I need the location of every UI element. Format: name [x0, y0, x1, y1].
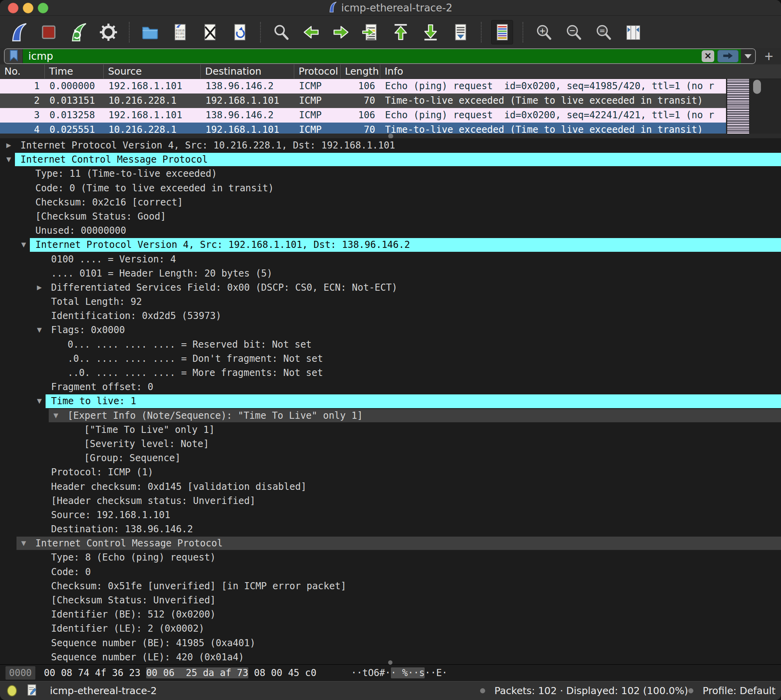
go-last-packet-icon[interactable] — [420, 20, 442, 44]
resize-columns-icon[interactable] — [622, 20, 644, 44]
filter-history-dropdown[interactable] — [741, 49, 755, 63]
column-header-info[interactable]: Info — [380, 64, 726, 79]
detail-row[interactable]: Identification: 0xd2d5 (53973) — [0, 309, 781, 323]
detail-text: [Expert Info (Note/Sequence): "Time To L… — [68, 409, 363, 423]
go-first-packet-icon[interactable] — [390, 20, 412, 44]
collapse-icon[interactable]: ▼ — [53, 409, 58, 423]
packet-row[interactable]: 20.01315110.216.228.1192.168.1.101ICMP70… — [0, 93, 726, 108]
detail-row[interactable]: Type: 8 (Echo (ping) request) — [0, 550, 781, 564]
column-header-destination[interactable]: Destination — [200, 64, 294, 79]
save-file-icon[interactable]: 010100110101110 — [169, 20, 191, 44]
packet-row[interactable]: 30.013258192.168.1.101138.96.146.2ICMP10… — [0, 108, 726, 123]
detail-text: Time to live: 1 — [51, 394, 136, 408]
detail-text: Unused: 00000000 — [35, 224, 126, 238]
packet-cell-source: 10.216.228.1 — [103, 93, 200, 108]
detail-row[interactable]: [Severity level: Note] — [0, 437, 781, 451]
detail-row[interactable]: Code: 0 (Time to live exceeded in transi… — [0, 181, 781, 195]
detail-row[interactable]: ["Time To Live" only 1] — [0, 423, 781, 437]
capture-options-icon[interactable] — [97, 20, 119, 44]
zoom-in-icon[interactable]: + — [533, 20, 555, 44]
close-file-icon[interactable] — [199, 20, 221, 44]
packet-minimap[interactable] — [727, 79, 750, 134]
detail-row[interactable]: Code: 0 — [0, 565, 781, 579]
stop-capture-icon[interactable] — [38, 20, 60, 44]
detail-row[interactable]: ▼Time to live: 1 — [0, 394, 781, 408]
detail-row[interactable]: ▶Differentiated Services Field: 0x00 (DS… — [0, 280, 781, 295]
go-back-icon[interactable] — [300, 20, 322, 44]
detail-row[interactable]: Checksum: 0x51fe [unverified] [in ICMP e… — [0, 579, 781, 593]
detail-row[interactable]: [Group: Sequence] — [0, 451, 781, 465]
display-filter-input[interactable]: icmp ✕ — [23, 49, 741, 63]
detail-row[interactable]: ▼Internet Protocol Version 4, Src: 192.1… — [0, 238, 781, 252]
detail-row[interactable]: Sequence number (BE): 41985 (0xa401) — [0, 636, 781, 650]
find-packet-icon[interactable] — [270, 20, 292, 44]
open-file-icon[interactable] — [139, 20, 161, 44]
profile-text[interactable]: Profile: Default — [703, 685, 776, 696]
column-header-source[interactable]: Source — [103, 64, 200, 79]
collapse-icon[interactable]: ▼ — [21, 238, 26, 252]
apply-filter-button[interactable] — [717, 50, 739, 62]
detail-row[interactable]: ..0. .... .... .... = More fragments: No… — [0, 366, 781, 380]
expand-icon[interactable]: ▶ — [37, 280, 42, 295]
go-forward-icon[interactable] — [330, 20, 352, 44]
detail-row[interactable]: Protocol: ICMP (1) — [0, 465, 781, 479]
detail-row[interactable]: Type: 11 (Time-to-live exceeded) — [0, 167, 781, 181]
column-header-no[interactable]: No. — [0, 64, 44, 79]
packet-row[interactable]: 10.000000192.168.1.101138.96.146.2ICMP10… — [0, 79, 726, 93]
collapse-icon[interactable]: ▼ — [37, 394, 42, 408]
packet-bytes-pane[interactable]: 0000 00 08 74 4f 36 23 00 06 25 da af 73… — [0, 664, 781, 681]
restart-capture-icon[interactable] — [68, 20, 90, 44]
detail-row[interactable]: Unused: 00000000 — [0, 224, 781, 238]
detail-row[interactable]: [Header checksum status: Unverified] — [0, 494, 781, 508]
detail-row[interactable]: .... 0101 = Header Length: 20 bytes (5) — [0, 266, 781, 280]
detail-row[interactable]: Fragment offset: 0 — [0, 380, 781, 394]
add-filter-button[interactable]: + — [764, 49, 773, 64]
list-details-splitter[interactable] — [0, 134, 781, 138]
expert-info-button[interactable] — [7, 685, 17, 696]
close-window-button[interactable] — [8, 3, 18, 13]
detail-row[interactable]: ▼Internet Control Message Protocol — [0, 536, 781, 550]
reload-file-icon[interactable] — [229, 20, 251, 44]
minimize-window-button[interactable] — [23, 3, 33, 13]
detail-row[interactable]: Identifier (BE): 512 (0x0200) — [0, 607, 781, 621]
auto-scroll-icon[interactable] — [449, 20, 471, 44]
detail-row[interactable]: [Checksum Status: Good] — [0, 209, 781, 224]
detail-row[interactable]: .0.. .... .... .... = Don't fragment: No… — [0, 352, 781, 366]
detail-row[interactable]: Header checksum: 0xd145 [validation disa… — [0, 480, 781, 494]
zoom-out-icon[interactable]: − — [563, 20, 585, 44]
column-header-length[interactable]: Length — [340, 64, 380, 79]
collapse-icon[interactable]: ▼ — [37, 323, 42, 337]
column-header-time[interactable]: Time — [44, 64, 103, 79]
details-bytes-splitter[interactable] — [0, 662, 781, 664]
expand-icon[interactable]: ▶ — [6, 138, 11, 152]
detail-row[interactable]: 0... .... .... .... = Reserved bit: Not … — [0, 337, 781, 352]
detail-row[interactable]: 0100 .... = Version: 4 — [0, 252, 781, 266]
status-separator-dot — [480, 688, 485, 693]
detail-row[interactable]: ▼Internet Control Message Protocol — [0, 152, 781, 167]
svg-text:=: = — [599, 27, 605, 35]
detail-row[interactable]: [Checksum Status: Unverified] — [0, 593, 781, 607]
detail-text: Total Length: 92 — [51, 295, 142, 309]
detail-text: Internet Control Message Protocol — [35, 536, 223, 550]
go-to-packet-icon[interactable] — [360, 20, 382, 44]
zoom-reset-icon[interactable]: = — [592, 20, 614, 44]
packet-row[interactable]: 40.02555110.216.228.1192.168.1.101ICMP70… — [0, 123, 726, 134]
column-header-protocol[interactable]: Protocol — [294, 64, 340, 79]
zoom-window-button[interactable] — [38, 3, 48, 13]
detail-row[interactable]: ▼[Expert Info (Note/Sequence): "Time To … — [0, 409, 781, 423]
detail-row[interactable]: Identifier (LE): 2 (0x0002) — [0, 621, 781, 636]
detail-row[interactable]: ▼Flags: 0x0000 — [0, 323, 781, 337]
detail-row[interactable]: ▶Internet Protocol Version 4, Src: 10.21… — [0, 138, 781, 152]
packet-list-scrollbar[interactable] — [753, 80, 761, 94]
detail-row[interactable]: Destination: 138.96.146.2 — [0, 522, 781, 536]
collapse-icon[interactable]: ▼ — [21, 536, 26, 550]
filter-bookmark-button[interactable] — [5, 49, 23, 63]
detail-row[interactable]: Checksum: 0x2c16 [correct] — [0, 195, 781, 209]
clear-filter-button[interactable]: ✕ — [702, 50, 714, 62]
detail-row[interactable]: Source: 192.168.1.101 — [0, 508, 781, 522]
capture-comment-button[interactable] — [27, 684, 37, 698]
collapse-icon[interactable]: ▼ — [6, 152, 11, 167]
colorize-packets-icon[interactable] — [491, 20, 513, 44]
detail-row[interactable]: Total Length: 92 — [0, 295, 781, 309]
start-capture-icon[interactable] — [8, 20, 30, 44]
